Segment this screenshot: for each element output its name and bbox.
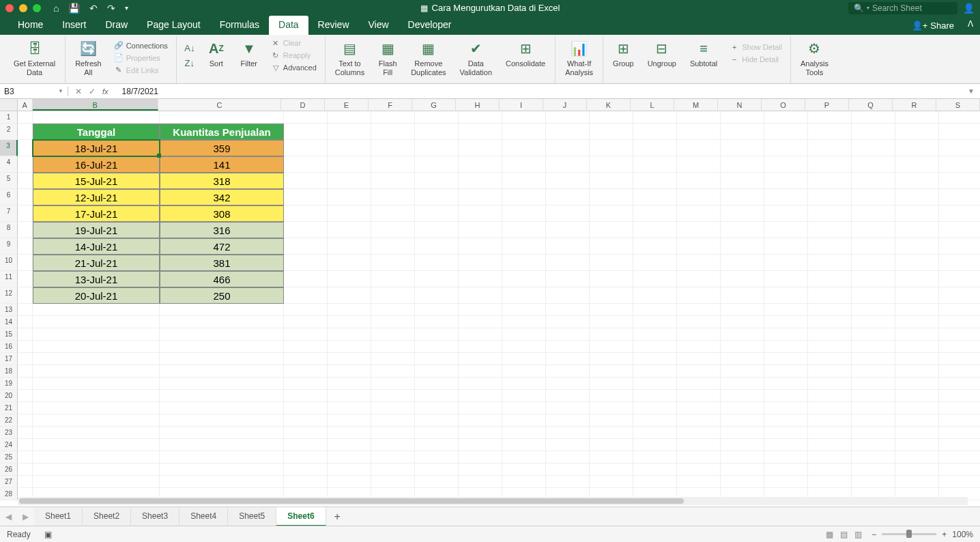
cell-S23[interactable] (939, 427, 980, 439)
tab-draw[interactable]: Draw (96, 16, 137, 35)
cell-C13[interactable] (160, 304, 284, 316)
minimize-window-button[interactable] (19, 4, 27, 12)
cell-G24[interactable] (415, 439, 459, 451)
cell-J25[interactable] (546, 451, 590, 463)
cell-A22[interactable] (18, 414, 33, 427)
cell-I3[interactable] (502, 140, 546, 156)
cell-C24[interactable] (160, 439, 284, 451)
cell-C16[interactable] (160, 341, 284, 353)
cell-C5[interactable]: 318 (160, 173, 284, 189)
cell-Q25[interactable] (852, 451, 895, 463)
cell-B15[interactable] (33, 328, 160, 341)
consolidate-button[interactable]: ⊞Consolidate (503, 38, 548, 70)
cell-F13[interactable] (371, 304, 415, 316)
cell-E14[interactable] (328, 316, 371, 328)
cell-E9[interactable] (328, 238, 371, 255)
cell-O6[interactable] (764, 189, 808, 205)
add-sheet-button[interactable]: + (326, 511, 349, 523)
cell-A24[interactable] (18, 439, 33, 451)
cell-G15[interactable] (415, 328, 459, 341)
cell-E13[interactable] (328, 304, 371, 316)
cell-Q26[interactable] (852, 463, 895, 476)
cell-E10[interactable] (328, 255, 371, 271)
cell-A17[interactable] (18, 353, 33, 365)
edit-links-button[interactable]: ✎Edit Links (113, 65, 169, 76)
zoom-value[interactable]: 100% (952, 530, 973, 539)
cell-K26[interactable] (590, 463, 633, 476)
cell-R24[interactable] (895, 439, 939, 451)
cell-H12[interactable] (459, 287, 502, 304)
row-header-6[interactable]: 6 (0, 189, 18, 205)
zoom-slider[interactable] (882, 533, 936, 535)
cell-J20[interactable] (546, 390, 590, 402)
cell-P10[interactable] (808, 255, 852, 271)
cell-R8[interactable] (895, 222, 939, 238)
sheet-tab-sheet6[interactable]: Sheet6 (276, 507, 326, 526)
cell-R23[interactable] (895, 427, 939, 439)
cell-Q6[interactable] (852, 189, 895, 205)
cell-P1[interactable] (808, 111, 852, 124)
cell-Q11[interactable] (852, 271, 895, 287)
cell-E5[interactable] (328, 173, 371, 189)
cell-O19[interactable] (764, 377, 808, 390)
cell-P2[interactable] (808, 124, 852, 140)
cell-G26[interactable] (415, 463, 459, 476)
cell-J6[interactable] (546, 189, 590, 205)
cell-A15[interactable] (18, 328, 33, 341)
row-header-22[interactable]: 22 (0, 414, 18, 427)
cell-D7[interactable] (284, 205, 328, 222)
cell-S1[interactable] (939, 111, 980, 124)
cell-A23[interactable] (18, 427, 33, 439)
cell-H23[interactable] (459, 427, 502, 439)
cell-N20[interactable] (721, 390, 764, 402)
cell-F10[interactable] (371, 255, 415, 271)
tab-data[interactable]: Data (269, 16, 308, 35)
cell-A2[interactable] (18, 124, 33, 140)
cell-P13[interactable] (808, 304, 852, 316)
cell-P12[interactable] (808, 287, 852, 304)
cell-N8[interactable] (721, 222, 764, 238)
cell-D21[interactable] (284, 402, 328, 414)
cell-E20[interactable] (328, 390, 371, 402)
cell-I26[interactable] (502, 463, 546, 476)
cell-L14[interactable] (633, 316, 677, 328)
cell-K23[interactable] (590, 427, 633, 439)
row-header-25[interactable]: 25 (0, 451, 18, 463)
cell-Q3[interactable] (852, 140, 895, 156)
cell-E15[interactable] (328, 328, 371, 341)
cell-F3[interactable] (371, 140, 415, 156)
cell-C22[interactable] (160, 414, 284, 427)
cell-K24[interactable] (590, 439, 633, 451)
cell-D20[interactable] (284, 390, 328, 402)
cell-B6[interactable]: 12-Jul-21 (33, 189, 160, 205)
cell-L13[interactable] (633, 304, 677, 316)
cell-A27[interactable] (18, 476, 33, 488)
cancel-formula-button[interactable]: ✕ (75, 87, 82, 96)
cell-J18[interactable] (546, 365, 590, 377)
cell-E19[interactable] (328, 377, 371, 390)
cell-M6[interactable] (677, 189, 721, 205)
cell-N25[interactable] (721, 451, 764, 463)
cell-M11[interactable] (677, 271, 721, 287)
cell-E18[interactable] (328, 365, 371, 377)
cell-K10[interactable] (590, 255, 633, 271)
cell-I2[interactable] (502, 124, 546, 140)
cell-F18[interactable] (371, 365, 415, 377)
cell-B4[interactable]: 16-Jul-21 (33, 156, 160, 173)
cell-M24[interactable] (677, 439, 721, 451)
cell-J16[interactable] (546, 341, 590, 353)
cell-N11[interactable] (721, 271, 764, 287)
cell-H18[interactable] (459, 365, 502, 377)
cell-F11[interactable] (371, 271, 415, 287)
cell-O7[interactable] (764, 205, 808, 222)
cell-J13[interactable] (546, 304, 590, 316)
cell-I4[interactable] (502, 156, 546, 173)
text-to-columns-button[interactable]: ▤Text to Columns (332, 38, 367, 78)
cell-I1[interactable] (502, 111, 546, 124)
row-header-17[interactable]: 17 (0, 353, 18, 365)
cell-C7[interactable]: 308 (160, 205, 284, 222)
cell-G27[interactable] (415, 476, 459, 488)
cell-L1[interactable] (633, 111, 677, 124)
cell-L5[interactable] (633, 173, 677, 189)
cell-H6[interactable] (459, 189, 502, 205)
